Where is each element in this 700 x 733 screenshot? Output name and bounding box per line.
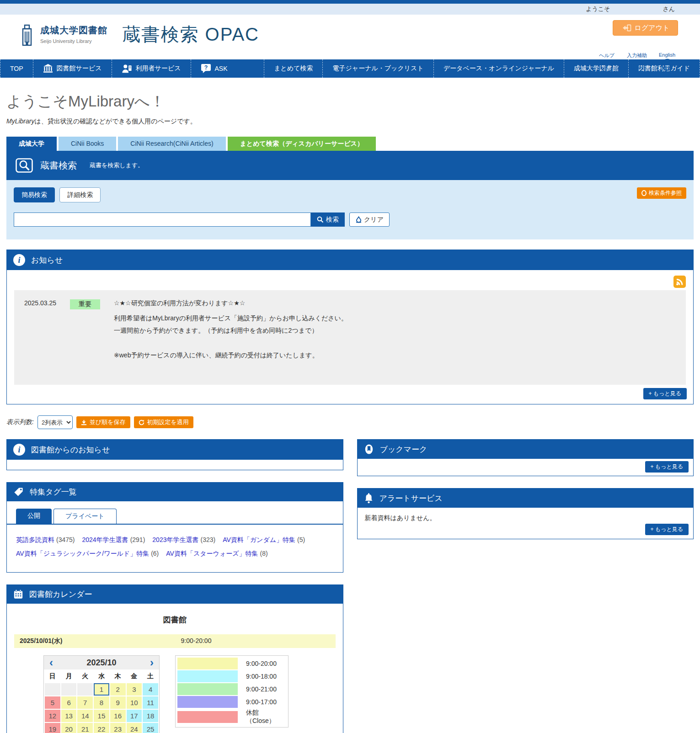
search-button[interactable]: 検索 <box>311 212 345 227</box>
bookmark-panel-header: ブックマーク <box>358 440 694 459</box>
legend-row-purple: 9:00-17:00 <box>177 696 286 708</box>
nav-item-user-services[interactable]: 利用者サービス <box>112 59 191 78</box>
alert-more-button[interactable]: + もっと見る <box>645 524 689 535</box>
help-button[interactable]: ヘルプ ? <box>595 52 619 72</box>
utility-icons: ヘルプ ? 入力補助 English <box>595 52 679 72</box>
calendar-day-25: 25 <box>143 723 158 733</box>
search-tab-discovery[interactable]: まとめて検索（ディスカバリーサービス） <box>228 137 376 151</box>
notice-line-1: 利用希望者はMyLbraryの利用者サービス「施設予約」からお申し込みください。 <box>114 314 347 322</box>
column-count-select[interactable]: 2列表示 <box>37 415 73 429</box>
simple-search-tab[interactable]: 簡易検索 <box>14 187 55 202</box>
tag-count: (5) <box>297 536 305 543</box>
weekday-label: 水 <box>94 670 109 682</box>
calendar-day-1: 1 <box>94 683 109 696</box>
bookmark-panel: ブックマーク + もっと見る <box>357 439 694 476</box>
calendar-day-3: 3 <box>127 683 142 696</box>
tag-link-2[interactable]: 2024年学生選書 <box>82 536 128 543</box>
nav-item-database-online-journal[interactable]: データベース・オンラインジャーナル <box>433 59 564 78</box>
legend-row-red: 休館（Close） <box>177 709 286 725</box>
next-month-button[interactable]: › <box>149 657 155 668</box>
tag-item: AV資料「ジュラシックパーク/ワールド」特集(6) <box>16 547 159 560</box>
tag-icon <box>13 487 24 497</box>
logout-button[interactable]: ログアウト <box>613 20 678 36</box>
nav-item-label: データベース・オンラインジャーナル <box>444 64 554 73</box>
tag-link-5[interactable]: AV資料「ジュラシックパーク/ワールド」特集 <box>16 550 149 557</box>
prev-month-button[interactable]: ‹ <box>48 657 54 668</box>
clear-button[interactable]: クリア <box>349 212 390 227</box>
library-logo[interactable]: 成城大学図書館 Seijo University Library <box>18 23 107 46</box>
legend-label: 9:00-17:00 <box>246 698 277 706</box>
bookmark-more-button[interactable]: + もっと見る <box>645 461 689 473</box>
save-order-button[interactable]: 並び順を保存 <box>76 416 130 428</box>
search-tab-seijo[interactable]: 成城大学 <box>6 137 57 151</box>
nav-left: TOP図書館サービス利用者サービス?ASK <box>0 59 237 78</box>
featured-tags-title: 特集タグ一覧 <box>30 487 77 497</box>
nav-item-e-journal-booklist[interactable]: 電子ジャーナル・ブックリスト <box>322 59 433 78</box>
alert-panel-header: アラートサービス <box>358 489 694 508</box>
nav-item-label: まとめて検索 <box>274 64 313 73</box>
input-assist-label: 入力補助 <box>625 52 649 59</box>
search-section-title: 蔵書検索 <box>40 159 77 172</box>
user-service-icon <box>122 64 132 74</box>
user-suffix: さん <box>663 5 675 13</box>
keyboard-icon <box>631 60 643 72</box>
search-tab-cinii-research[interactable]: CiNii Research(CiNii Articles) <box>118 137 225 151</box>
tag-visibility-tab-private[interactable]: プライベート <box>53 509 117 524</box>
calendar-day-10: 10 <box>127 696 142 709</box>
tag-count: (8) <box>260 550 268 557</box>
search-tab-cinii-books[interactable]: CiNii Books <box>59 137 116 151</box>
notice-panel-body: 2025.03.25 重要 ☆★☆研究個室の利用方法が変わります☆★☆ 利用希望… <box>7 270 693 404</box>
tag-link-3[interactable]: 2023年学生選書 <box>152 536 198 543</box>
download-icon <box>81 420 87 425</box>
calendar-area: ‹ 2025/10 › 日月火水木金土 12345678910111213141… <box>43 655 343 733</box>
legend-swatch-red <box>177 711 238 723</box>
calendar-day-empty <box>45 683 60 696</box>
bookmark-icon <box>364 444 374 455</box>
calendar-month-nav: ‹ 2025/10 › <box>44 656 159 669</box>
nav-item-combined-search[interactable]: まとめて検索 <box>264 59 322 78</box>
tag-link-1[interactable]: 英語多読資料 <box>16 536 54 543</box>
nav-item-label: 図書館サービス <box>57 64 102 73</box>
tag-visibility-tab-public[interactable]: 公開 <box>16 509 52 524</box>
condition-ref-icon <box>641 190 647 196</box>
rss-icon[interactable] <box>673 276 686 288</box>
search-panel-header: 蔵書検索 蔵書を検索します。 <box>6 151 694 180</box>
calendar-day-6: 6 <box>61 696 77 709</box>
advanced-search-tab[interactable]: 詳細検索 <box>59 187 101 202</box>
calendar-icon <box>13 589 23 600</box>
apply-defaults-button[interactable]: 初期設定を適用 <box>134 416 193 428</box>
english-button[interactable]: English <box>655 52 679 72</box>
calendar-week-4: 19202122232425 <box>45 723 158 733</box>
nav-item-library-services[interactable]: 図書館サービス <box>33 59 112 78</box>
tag-link-4[interactable]: AV資料「ガンダム」特集 <box>223 536 295 543</box>
notice-more-button[interactable]: + もっと見る <box>643 388 687 399</box>
nav-item-label: ASK <box>215 65 228 72</box>
input-assist-button[interactable]: 入力補助 <box>625 52 649 72</box>
weekday-label: 金 <box>127 670 142 682</box>
legend-swatch-yellow <box>177 658 238 669</box>
calendar-day-20: 20 <box>61 723 77 733</box>
weekday-label: 土 <box>143 670 158 682</box>
tag-count: (3475) <box>56 536 75 543</box>
nav-item-top[interactable]: TOP <box>0 59 33 78</box>
alert-empty-text: 新着資料はありません。 <box>365 514 436 521</box>
nav-item-ask[interactable]: ?ASK <box>191 59 237 78</box>
legend-swatch-cyan <box>177 670 238 682</box>
calendar-library-name: 図書館 <box>7 615 343 625</box>
alert-body: 新着資料はありません。 + もっと見る <box>358 508 694 539</box>
library-news-panel: i 図書館からのお知らせ <box>6 439 343 470</box>
search-condition-ref-button[interactable]: 検索条件参照 <box>637 187 686 199</box>
notice-line-2: 一週間前から予約ができます。（予約は利用中を含め同時に2つまで） <box>114 327 347 335</box>
search-input[interactable] <box>14 212 311 227</box>
weekday-label: 火 <box>77 670 93 682</box>
calendar-day-2: 2 <box>110 683 126 696</box>
today-date: 2025/10/01(水) <box>20 637 62 645</box>
month-calendar: ‹ 2025/10 › 日月火水木金土 12345678910111213141… <box>43 655 160 733</box>
welcome-text: ようこそ <box>586 5 610 13</box>
search-row: 検索 クリア <box>14 212 686 227</box>
eraser-icon <box>355 216 362 223</box>
tag-link-6[interactable]: AV資料「スターウォーズ」特集 <box>166 550 258 557</box>
calendar-day-22: 22 <box>94 723 109 733</box>
calendar-panel: 図書館カレンダー 図書館 2025/10/01(水) 9:00-20:00 ‹ … <box>6 584 343 733</box>
tag-item: 2024年学生選書(291) <box>82 533 145 547</box>
